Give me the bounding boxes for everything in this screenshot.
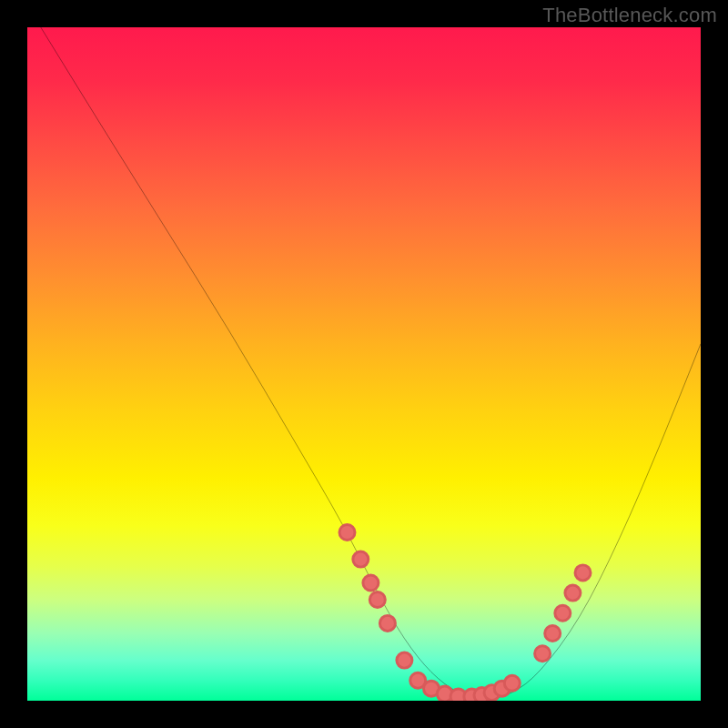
- plot-area: [27, 27, 701, 701]
- highlight-dots: [339, 524, 591, 701]
- marker-dot: [504, 675, 520, 691]
- marker-dot: [379, 615, 395, 631]
- marker-dot: [339, 524, 355, 540]
- marker-dot: [545, 625, 561, 641]
- marker-dot: [369, 592, 385, 607]
- marker-dot: [565, 585, 581, 601]
- marker-dot: [575, 565, 591, 581]
- chart-svg: [27, 27, 701, 701]
- marker-dot: [397, 652, 412, 668]
- marker-dot: [555, 605, 571, 621]
- marker-dot: [363, 575, 379, 591]
- marker-dot: [353, 551, 369, 567]
- watermark-text: TheBottleneck.com: [542, 4, 717, 27]
- marker-dot: [535, 646, 551, 662]
